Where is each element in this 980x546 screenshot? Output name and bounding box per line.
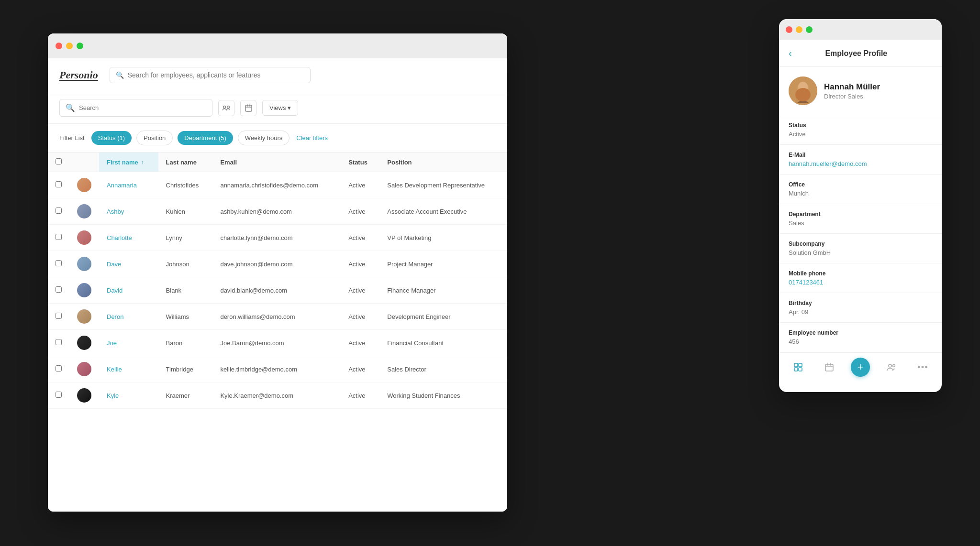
row-avatar-cell <box>69 225 99 251</box>
avatar <box>77 230 91 245</box>
first-name-column-header[interactable]: First name ↑ <box>99 153 158 172</box>
profile-fullscreen-btn[interactable] <box>806 26 813 33</box>
row-checkbox-cell[interactable] <box>48 225 69 251</box>
svg-point-0 <box>223 106 226 108</box>
field-value: 456 <box>789 338 932 345</box>
employee-table: First name ↑ Last name Email Status Posi… <box>48 153 507 409</box>
row-checkbox-cell[interactable] <box>48 251 69 277</box>
row-checkbox-cell[interactable] <box>48 382 69 409</box>
row-email: kellie.timbridge@demo.com <box>212 356 341 382</box>
row-first-name[interactable]: David <box>99 277 158 304</box>
svg-point-16 <box>925 366 927 368</box>
field-label: Mobile phone <box>789 270 932 277</box>
table-row[interactable]: Dave Johnson dave.johnson@demo.com Activ… <box>48 251 507 277</box>
field-label: Employee number <box>789 329 932 336</box>
filter-department-btn[interactable]: Department (5) <box>178 131 233 145</box>
table-row[interactable]: Charlotte Lynny charlotte.lynn@demo.com … <box>48 225 507 251</box>
position-column-header[interactable]: Position <box>379 153 507 172</box>
nav-people-icon-btn[interactable] <box>882 358 901 377</box>
row-checkbox[interactable] <box>56 365 62 371</box>
field-value[interactable]: hannah.mueller@demo.com <box>789 160 932 167</box>
employee-name-link[interactable]: Ashby <box>107 208 124 215</box>
employee-name-link[interactable]: Dave <box>107 261 121 268</box>
clear-filters-button[interactable]: Clear filters <box>294 131 330 145</box>
row-first-name[interactable]: Joe <box>99 330 158 356</box>
row-avatar-cell <box>69 277 99 304</box>
profile-minimize-btn[interactable] <box>796 26 802 33</box>
employee-name-link[interactable]: Kellie <box>107 366 122 373</box>
field-label: Department <box>789 211 932 218</box>
avatar <box>77 257 91 271</box>
filter-people-icon-btn[interactable] <box>218 100 234 116</box>
row-checkbox[interactable] <box>56 286 62 293</box>
row-checkbox-cell[interactable] <box>48 198 69 225</box>
app-logo: Personio <box>59 69 98 81</box>
filter-position-btn[interactable]: Position <box>136 131 173 145</box>
row-checkbox[interactable] <box>56 313 62 319</box>
back-button[interactable]: ‹ <box>789 48 792 59</box>
close-button[interactable] <box>56 43 62 49</box>
row-checkbox[interactable] <box>56 234 62 240</box>
nav-grid-icon-btn[interactable] <box>789 358 808 377</box>
row-first-name[interactable]: Dave <box>99 251 158 277</box>
select-all-checkbox[interactable] <box>56 158 62 164</box>
nav-more-icon-btn[interactable] <box>913 358 932 377</box>
row-avatar-cell <box>69 330 99 356</box>
table-row[interactable]: Ashby Kuhlen ashby.kuhlen@demo.com Activ… <box>48 198 507 225</box>
row-checkbox-cell[interactable] <box>48 277 69 304</box>
global-search-input[interactable] <box>128 71 304 79</box>
row-checkbox[interactable] <box>56 207 62 214</box>
profile-close-btn[interactable] <box>786 26 792 33</box>
status-column-header[interactable]: Status <box>341 153 379 172</box>
employee-name-link[interactable]: Deron <box>107 313 123 320</box>
views-button[interactable]: Views ▾ <box>262 100 298 116</box>
field-value[interactable]: 0174123461 <box>789 279 932 286</box>
fullscreen-button[interactable] <box>77 43 83 49</box>
row-checkbox-cell[interactable] <box>48 356 69 382</box>
row-first-name[interactable]: Kyle <box>99 382 158 409</box>
employee-name-link[interactable]: Annamaria <box>107 182 137 189</box>
search-input[interactable] <box>79 104 206 111</box>
filter-status-btn[interactable]: Status (1) <box>91 131 132 145</box>
global-search-container[interactable]: 🔍 <box>110 67 311 83</box>
employee-name-link[interactable]: Charlotte <box>107 234 132 241</box>
select-all-checkbox-header[interactable] <box>48 153 69 172</box>
row-checkbox[interactable] <box>56 392 62 398</box>
row-first-name[interactable]: Charlotte <box>99 225 158 251</box>
employee-name-link[interactable]: Joe <box>107 339 117 347</box>
minimize-button[interactable] <box>66 43 73 49</box>
employee-name-link[interactable]: David <box>107 287 122 294</box>
row-first-name[interactable]: Deron <box>99 304 158 330</box>
calendar-icon-btn[interactable] <box>240 100 256 116</box>
avatar <box>77 336 91 350</box>
row-first-name[interactable]: Annamaria <box>99 172 158 198</box>
row-checkbox[interactable] <box>56 181 62 187</box>
filter-bar: Filter List Status (1) Position Departme… <box>48 124 507 153</box>
avatar <box>77 283 91 297</box>
table-row[interactable]: Kyle Kraemer Kyle.Kraemer@demo.com Activ… <box>48 382 507 409</box>
row-checkbox-cell[interactable] <box>48 304 69 330</box>
employee-table-container: First name ↑ Last name Email Status Posi… <box>48 153 507 409</box>
last-name-column-header[interactable]: Last name <box>158 153 213 172</box>
svg-point-14 <box>918 366 920 368</box>
row-first-name[interactable]: Ashby <box>99 198 158 225</box>
row-checkbox[interactable] <box>56 260 62 266</box>
nav-calendar-icon-btn[interactable] <box>820 358 839 377</box>
svg-point-13 <box>892 364 895 367</box>
row-checkbox-cell[interactable] <box>48 172 69 198</box>
table-row[interactable]: Annamaria Christofides annamaria.christo… <box>48 172 507 198</box>
row-first-name[interactable]: Kellie <box>99 356 158 382</box>
employee-name-link[interactable]: Kyle <box>107 392 119 399</box>
row-last-name: Christofides <box>158 172 213 198</box>
row-checkbox[interactable] <box>56 339 62 345</box>
table-row[interactable]: Deron Williams deron.williams@demo.com A… <box>48 304 507 330</box>
table-row[interactable]: Joe Baron Joe.Baron@demo.com Active Fina… <box>48 330 507 356</box>
row-checkbox-cell[interactable] <box>48 330 69 356</box>
email-column-header[interactable]: Email <box>212 153 341 172</box>
table-row[interactable]: David Blank david.blank@demo.com Active … <box>48 277 507 304</box>
filter-weekly-hours-btn[interactable]: Weekly hours <box>238 131 290 145</box>
nav-add-button[interactable]: + <box>851 358 870 377</box>
row-status: Active <box>341 172 379 198</box>
table-row[interactable]: Kellie Timbridge kellie.timbridge@demo.c… <box>48 356 507 382</box>
search-bar-container[interactable]: 🔍 <box>59 99 212 117</box>
